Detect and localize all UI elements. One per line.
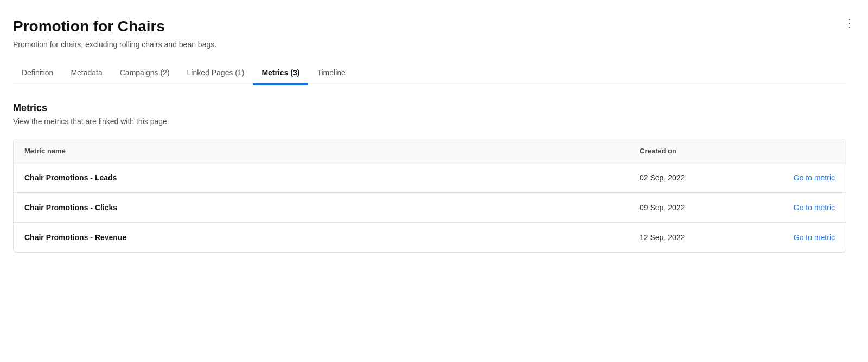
col-header-metric-name: Metric name	[24, 147, 640, 155]
section-description: View the metrics that are linked with th…	[13, 117, 846, 126]
created-on-revenue: 12 Sep, 2022	[640, 233, 748, 242]
tab-metrics[interactable]: Metrics (3)	[253, 62, 308, 85]
table-row: Chair Promotions - Revenue 12 Sep, 2022 …	[14, 223, 846, 252]
tab-metadata[interactable]: Metadata	[62, 62, 111, 85]
tabs-container: Definition Metadata Campaigns (2) Linked…	[13, 62, 846, 85]
table-header: Metric name Created on	[14, 139, 846, 163]
go-to-metric-link-leads[interactable]: Go to metric	[794, 173, 835, 182]
metrics-table: Metric name Created on Chair Promotions …	[13, 139, 846, 253]
go-to-metric-link-clicks[interactable]: Go to metric	[794, 203, 835, 212]
tab-definition[interactable]: Definition	[13, 62, 62, 85]
go-to-metric-link-revenue[interactable]: Go to metric	[794, 233, 835, 242]
action-clicks: Go to metric	[748, 203, 835, 212]
tab-timeline[interactable]: Timeline	[308, 62, 354, 85]
page-container: ⋮ Promotion for Chairs Promotion for cha…	[0, 0, 868, 270]
created-on-leads: 02 Sep, 2022	[640, 173, 748, 182]
tab-campaigns[interactable]: Campaigns (2)	[111, 62, 178, 85]
header-section: Promotion for Chairs Promotion for chair…	[13, 17, 846, 49]
tab-linked-pages[interactable]: Linked Pages (1)	[178, 62, 253, 85]
section-title: Metrics	[13, 102, 846, 114]
metric-name-clicks: Chair Promotions - Clicks	[24, 203, 640, 212]
action-revenue: Go to metric	[748, 232, 835, 242]
page-title: Promotion for Chairs	[13, 17, 846, 36]
metric-name-leads: Chair Promotions - Leads	[24, 173, 640, 182]
col-header-created-on: Created on	[640, 147, 748, 155]
created-on-clicks: 09 Sep, 2022	[640, 203, 748, 212]
content-section: Metrics View the metrics that are linked…	[13, 85, 846, 253]
table-row: Chair Promotions - Leads 02 Sep, 2022 Go…	[14, 163, 846, 193]
metric-name-revenue: Chair Promotions - Revenue	[24, 233, 640, 242]
action-leads: Go to metric	[748, 173, 835, 183]
table-row: Chair Promotions - Clicks 09 Sep, 2022 G…	[14, 193, 846, 223]
page-subtitle: Promotion for chairs, excluding rolling …	[13, 40, 846, 49]
more-options-icon[interactable]: ⋮	[844, 17, 855, 28]
